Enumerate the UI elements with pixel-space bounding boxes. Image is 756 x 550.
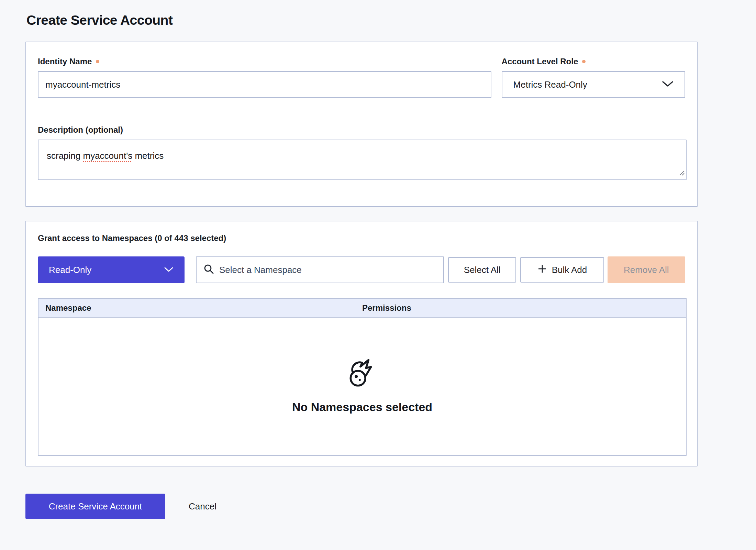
column-header-permissions: Permissions: [362, 303, 686, 313]
bulk-add-label: Bulk Add: [552, 265, 587, 275]
identity-name-field-group: Identity Name: [38, 56, 491, 98]
namespaces-table-body: No Namespaces selected: [38, 317, 686, 455]
create-service-account-page: Create Service Account Identity Name Acc…: [25, 0, 698, 519]
comet-icon: [346, 385, 378, 391]
plus-icon: [537, 264, 547, 276]
permission-role-value: Read-Only: [49, 265, 164, 275]
search-icon: [203, 264, 214, 276]
create-button-label: Create Service Account: [49, 501, 142, 512]
identity-card: Identity Name Account Level Role Metrics…: [25, 42, 698, 207]
empty-state-text: No Namespaces selected: [292, 400, 432, 414]
remove-all-label: Remove All: [624, 265, 669, 275]
account-level-role-label: Account Level Role: [502, 56, 578, 67]
identity-name-label: Identity Name: [38, 56, 92, 67]
description-textarea[interactable]: scraping myaccount's metrics: [38, 140, 687, 180]
namespaces-table-header: Namespace Permissions: [38, 299, 686, 317]
select-all-label: Select All: [464, 265, 501, 275]
namespace-search-placeholder: Select a Namespace: [219, 265, 302, 275]
resize-grip-icon[interactable]: [678, 168, 685, 179]
cancel-button-label: Cancel: [189, 501, 216, 512]
namespaces-table: Namespace Permissions No Namespaces sele…: [38, 298, 687, 456]
required-dot-icon: [582, 60, 586, 63]
remove-all-button[interactable]: Remove All: [608, 256, 685, 283]
description-text-prefix: scraping: [47, 151, 83, 161]
bulk-add-button[interactable]: Bulk Add: [520, 257, 604, 283]
permission-role-dropdown[interactable]: Read-Only: [38, 256, 185, 283]
identity-name-input[interactable]: [38, 71, 491, 98]
chevron-down-icon: [164, 266, 174, 274]
namespaces-heading: Grant access to Namespaces (0 of 443 sel…: [38, 233, 685, 243]
page-title: Create Service Account: [26, 11, 698, 29]
namespace-search-input[interactable]: Select a Namespace: [196, 256, 444, 283]
select-all-button[interactable]: Select All: [448, 257, 516, 283]
namespaces-toolbar: Read-Only Select a Namespace Select: [38, 256, 685, 283]
description-text-suffix: metrics: [132, 151, 164, 161]
create-service-account-button[interactable]: Create Service Account: [25, 494, 165, 519]
description-label: Description (optional): [38, 125, 123, 135]
empty-state: No Namespaces selected: [292, 359, 432, 414]
description-field-group: Description (optional) scraping myaccoun…: [38, 125, 685, 180]
description-text-misspelled: myaccount's: [83, 151, 133, 161]
namespaces-card: Grant access to Namespaces (0 of 443 sel…: [25, 221, 698, 466]
chevron-down-icon: [662, 80, 674, 89]
required-dot-icon: [96, 60, 99, 63]
account-level-role-value: Metrics Read-Only: [513, 79, 662, 90]
column-header-namespace: Namespace: [38, 303, 362, 313]
footer-actions: Create Service Account Cancel: [25, 494, 698, 519]
cancel-button[interactable]: Cancel: [189, 494, 216, 519]
account-level-role-field-group: Account Level Role Metrics Read-Only: [502, 56, 685, 98]
account-level-role-select[interactable]: Metrics Read-Only: [502, 71, 685, 98]
